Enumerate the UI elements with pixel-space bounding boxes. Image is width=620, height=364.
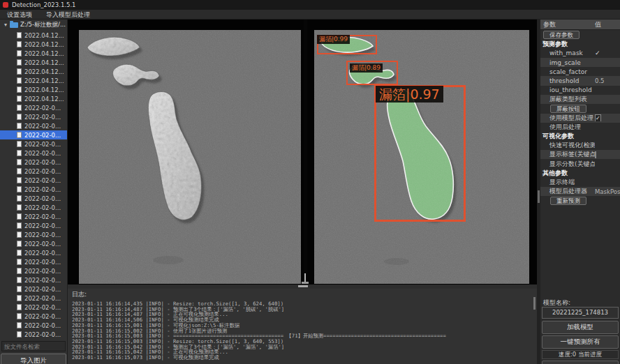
file-icon xyxy=(17,286,22,292)
tree-file-item[interactable]: 2022-02-0... xyxy=(0,275,68,285)
search-input[interactable] xyxy=(1,341,66,351)
file-name: 2022-02-0... xyxy=(24,232,61,238)
params-button-row: 屏蔽按钮 xyxy=(540,104,620,114)
log-lines: 2023-01-11 16:16:14,435 |INFO| - Resize:… xyxy=(72,301,533,361)
file-icon xyxy=(17,50,22,56)
tree-file-item[interactable]: 2022-02-0... xyxy=(0,149,68,158)
tree-file-item[interactable]: 2022-02-0... xyxy=(0,221,68,230)
tree-file-item[interactable]: 2022-02-0... xyxy=(0,294,68,303)
tree-file-item[interactable]: 2022-02-0... xyxy=(0,230,68,239)
tree-file-item[interactable]: 2022.04.12... xyxy=(0,40,68,49)
file-icon xyxy=(17,68,22,75)
detection-box-3 xyxy=(374,85,466,222)
file-name: 2022-02-0... xyxy=(24,295,61,302)
checkbox[interactable] xyxy=(595,151,596,158)
log-scrollbar[interactable] xyxy=(533,297,536,310)
param-row: with_mask✓ xyxy=(540,49,620,58)
tree-file-item[interactable]: 2022-02-0... xyxy=(0,167,68,176)
file-icon xyxy=(17,96,22,102)
tree-file-item[interactable]: 2022-02-0... xyxy=(0,212,68,221)
log-panel: 日志: 2023-01-11 16:16:14,435 |INFO| - Res… xyxy=(68,289,538,364)
param-row: threshold0.5 xyxy=(540,76,620,85)
file-name: 2022-02-0... xyxy=(24,259,61,266)
param-label: 显示分数(关键点) xyxy=(540,160,595,169)
param-value: ✓ xyxy=(595,50,620,56)
file-icon xyxy=(17,222,22,229)
file-name: 2022-02-0... xyxy=(24,313,61,320)
file-name: 2022-02-0... xyxy=(24,331,61,338)
tree-file-item[interactable]: 2022.04.12... xyxy=(0,94,68,103)
tree-file-item[interactable]: 2022-02-0... xyxy=(0,203,68,212)
param-label: 模型后处理器 xyxy=(540,187,595,196)
tree-file-item[interactable]: 2022-02-0... xyxy=(0,194,68,203)
params-rows: 保存参数预测参数with_mask✓img_scalescale_factort… xyxy=(540,30,620,206)
tree-file-item[interactable]: 2022-02-0... xyxy=(0,303,68,312)
tree-file-item[interactable]: 2022-02-0... xyxy=(0,130,68,139)
tree-file-item[interactable]: 2022-02-0... xyxy=(0,257,68,266)
model-name-value[interactable]: 20221225_174813 xyxy=(542,307,619,319)
file-icon xyxy=(17,195,22,202)
tree-file-item[interactable]: 2022-02-0... xyxy=(0,312,68,321)
tree-file-item[interactable]: 2022.04.12... xyxy=(0,76,68,85)
file-name: 2022-02-0... xyxy=(24,150,61,157)
tree-file-item[interactable]: 2022-02-0... xyxy=(0,248,68,257)
tree-file-item[interactable]: 2022-02-0... xyxy=(0,121,68,130)
tree-file-item[interactable]: 2022.04.12... xyxy=(0,85,68,94)
params-section-row: 其他参数 xyxy=(540,169,620,178)
tree-file-item[interactable]: 2022-02-0... xyxy=(0,139,68,149)
tree-file-item[interactable]: 2022.04.12... xyxy=(0,49,68,58)
tree-file-item[interactable]: 2022.04.12... xyxy=(0,67,68,76)
param-button[interactable]: 保存参数 xyxy=(543,31,580,39)
file-icon xyxy=(17,123,22,129)
tree-file-item[interactable]: 2022-02-0... xyxy=(0,103,68,112)
tree-file-item[interactable]: 2022-02-0... xyxy=(0,330,68,339)
image-splitter[interactable] xyxy=(304,20,307,285)
file-icon xyxy=(17,268,22,274)
file-name: 2022-02-0... xyxy=(24,250,61,257)
param-button[interactable]: 屏蔽按钮 xyxy=(550,105,586,113)
file-name: 2022-02-0... xyxy=(24,268,61,275)
checkbox[interactable]: ✓ xyxy=(595,114,601,121)
file-icon xyxy=(17,232,22,238)
tree-file-item[interactable]: 2022-02-0... xyxy=(0,185,68,194)
param-button[interactable]: 重新预测 xyxy=(550,197,586,205)
log-line: 2023-01-11 16:16:15,042 |INFO| - 正在可视化预测… xyxy=(72,349,533,355)
tree-file-item[interactable]: 2022.04.12... xyxy=(0,58,68,67)
menu-item-import-postprocess[interactable]: 导入模型后处理 xyxy=(39,10,97,20)
tree-file-item[interactable]: 2022-02-0... xyxy=(0,176,68,185)
params-scrollbar-thumb[interactable] xyxy=(538,190,540,203)
tree-file-item[interactable]: 2022.04.12... xyxy=(0,31,68,40)
tree-root-folder[interactable]: ▾ Z:/5-标注数据/... xyxy=(0,20,67,30)
param-row: scale_factor xyxy=(540,67,620,76)
file-icon xyxy=(17,304,22,310)
file-icon xyxy=(17,41,22,47)
file-icon xyxy=(17,241,22,247)
postprocess-settings-button[interactable]: 后处理参数设置 xyxy=(542,361,619,364)
predict-all-button[interactable]: 一键预测所有 xyxy=(542,335,619,349)
file-name: 2022.04.12... xyxy=(24,77,64,84)
menu-item-settings[interactable]: 设置选项 xyxy=(0,10,39,20)
file-icon xyxy=(17,250,22,256)
tree-file-item[interactable]: 2022-02-0... xyxy=(0,321,68,330)
file-name: 2022-02-0... xyxy=(24,123,61,130)
import-images-button[interactable]: 导入图片 xyxy=(1,354,66,364)
tree-file-item[interactable]: 2022-02-0... xyxy=(0,158,68,167)
file-icon xyxy=(17,177,22,183)
param-row: 模型后处理器MaskPostPro xyxy=(540,187,620,196)
splitter-grip-base-icon[interactable] xyxy=(302,282,309,284)
splitter-grip-icon[interactable] xyxy=(298,285,308,287)
tree-file-item[interactable]: 2022-02-0... xyxy=(0,112,68,121)
param-row: 快速可视化(检测) xyxy=(540,141,620,150)
file-name: 2022-02-0... xyxy=(24,159,61,166)
file-icon xyxy=(17,150,22,156)
param-label: 屏蔽类型列表 xyxy=(540,95,595,104)
load-model-button[interactable]: 加载模型 xyxy=(542,321,619,334)
tree-file-item[interactable]: 2022-02-0... xyxy=(0,266,68,275)
param-label: 使用后处理 xyxy=(540,123,595,132)
tree-file-item[interactable]: 2022-02-0... xyxy=(0,239,68,248)
file-icon xyxy=(17,259,22,265)
chevron-down-icon[interactable]: ▾ xyxy=(4,22,10,28)
app-window: Detection_2023.1.5.1 设置选项 导入模型后处理 ▾ Z:/5… xyxy=(0,0,620,364)
tree-file-item[interactable]: 2022-02-0... xyxy=(0,285,68,294)
file-name: 2022-02-0... xyxy=(24,114,61,121)
